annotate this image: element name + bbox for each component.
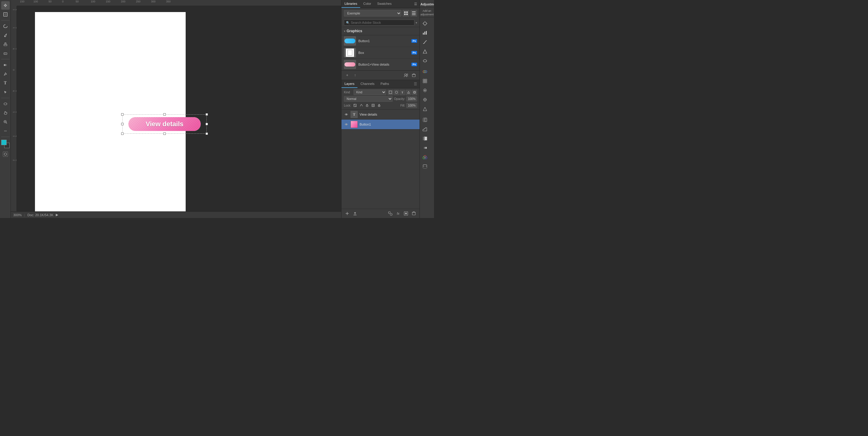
photo-filter-icon[interactable]	[421, 86, 430, 95]
canvas-wrapper: 150 100 50 0 50 100 150 200 250 300 350 …	[11, 0, 341, 211]
lock-move-btn[interactable]	[364, 103, 370, 108]
color-balance-icon[interactable]	[421, 76, 430, 86]
tab-color[interactable]: Color	[360, 0, 374, 8]
exposure-icon[interactable]	[421, 47, 430, 56]
layer-mask-btn[interactable]	[403, 210, 409, 217]
filter-pixel-icon[interactable]	[388, 90, 393, 95]
opacity-input[interactable]	[406, 96, 417, 101]
layer-visibility-btn1[interactable]	[344, 122, 349, 127]
handle-bot-left[interactable]	[121, 133, 124, 135]
svg-point-10	[4, 103, 7, 105]
artboard-tool[interactable]	[1, 10, 10, 19]
foreground-color[interactable]	[1, 140, 7, 145]
filter-smart-object-icon[interactable]	[412, 90, 417, 95]
add-layer-btn[interactable]	[344, 210, 350, 217]
lock-all-btn[interactable]	[376, 103, 382, 108]
brush-tool[interactable]	[1, 31, 10, 39]
levels-icon[interactable]	[421, 28, 430, 37]
move-tool[interactable]: ✥	[1, 1, 10, 10]
search-bar: 🔍 ▾	[341, 19, 420, 27]
list-view-btn[interactable]	[410, 10, 417, 16]
svg-rect-82	[423, 167, 427, 168]
handle-mid-left[interactable]	[121, 123, 124, 125]
search-input-wrap[interactable]: 🔍	[344, 20, 414, 26]
vibrance-icon[interactable]	[421, 56, 430, 65]
quick-mask-btn[interactable]	[1, 150, 10, 158]
lock-paint-btn[interactable]	[358, 103, 364, 108]
svg-rect-31	[389, 91, 392, 94]
color-lookup-icon[interactable]	[421, 104, 430, 113]
status-arrow[interactable]: ▶	[56, 213, 58, 217]
graphics-item-button1view[interactable]: Button1+View details Ps	[341, 59, 420, 70]
lock-transparent-btn[interactable]	[352, 103, 358, 108]
svg-point-16	[5, 131, 6, 131]
handle-top-right[interactable]	[206, 113, 208, 115]
shadow-highlight-icon[interactable]	[421, 162, 430, 171]
selective-color-icon[interactable]	[421, 153, 430, 162]
tab-layers[interactable]: Layers	[341, 80, 358, 88]
graphics-section-header[interactable]: ▾ Graphics	[341, 27, 420, 35]
lib-collab-btn[interactable]	[403, 72, 409, 78]
libraries-panel: Libraries Color Swatches ☰ Exemple 🔍 ▾	[341, 0, 420, 80]
grid-view-btn[interactable]	[403, 10, 409, 16]
filter-type-icon[interactable]: T	[400, 90, 405, 95]
lib-upload-btn[interactable]: ↑	[352, 72, 358, 78]
libraries-menu-btn[interactable]: ☰	[412, 1, 420, 7]
tab-channels[interactable]: Channels	[358, 80, 377, 88]
tab-libraries[interactable]: Libraries	[341, 0, 360, 8]
graphics-item-box[interactable]: Box Ps	[341, 47, 420, 59]
invert-icon[interactable]	[421, 115, 430, 124]
brightness-contrast-icon[interactable]	[421, 19, 430, 28]
canvas-area[interactable]: View details	[17, 6, 341, 211]
color-swatches[interactable]	[1, 140, 10, 148]
layers-menu-btn[interactable]: ☰	[411, 81, 420, 87]
shape-tool[interactable]	[1, 100, 10, 108]
library-dropdown[interactable]: Exemple	[344, 10, 401, 16]
channel-mixer-icon[interactable]	[421, 95, 430, 104]
lib-delete-btn[interactable]	[410, 72, 417, 78]
layer-upload-btn[interactable]	[352, 210, 358, 217]
more-tools[interactable]	[1, 127, 10, 135]
zoom-tool[interactable]	[1, 118, 10, 126]
tab-swatches[interactable]: Swatches	[374, 0, 395, 8]
layer-item-view-details[interactable]: T View details	[341, 110, 420, 120]
blend-mode-dropdown[interactable]: Normal	[344, 96, 393, 102]
handle-top-center[interactable]	[163, 113, 166, 115]
ps-badge-button1: Ps	[411, 39, 417, 43]
handle-bot-center[interactable]	[163, 133, 166, 135]
layer-visibility-icon[interactable]	[344, 112, 349, 117]
search-dropdown-btn[interactable]: ▾	[415, 21, 417, 24]
eraser-tool[interactable]	[1, 49, 10, 58]
search-input[interactable]	[351, 21, 412, 24]
lib-add-btn[interactable]: +	[344, 72, 350, 78]
text-tool[interactable]: T	[1, 79, 10, 87]
layer-item-button1[interactable]: Button1	[341, 120, 420, 130]
tab-paths[interactable]: Paths	[378, 80, 392, 88]
lasso-tool[interactable]	[1, 22, 10, 30]
handle-mid-right[interactable]	[206, 123, 208, 125]
pen-tool[interactable]	[1, 70, 10, 78]
lock-artboard-btn[interactable]	[370, 103, 376, 108]
layer-delete-btn[interactable]	[410, 210, 417, 217]
curves-icon[interactable]	[421, 38, 430, 47]
gradient-tool[interactable]	[1, 61, 10, 69]
link-layers-btn[interactable]	[387, 210, 394, 217]
filter-adjustment-icon[interactable]	[394, 90, 399, 95]
threshold-icon[interactable]	[421, 134, 430, 143]
path-selection-tool[interactable]	[1, 88, 10, 96]
hand-tool[interactable]	[1, 109, 10, 117]
gradient-map-icon[interactable]	[421, 143, 430, 153]
filter-shape-icon[interactable]	[406, 90, 411, 95]
handle-top-left[interactable]	[121, 113, 124, 115]
svg-rect-24	[412, 11, 415, 12]
graphics-item-button1[interactable]: Button1 Ps	[341, 35, 420, 47]
svg-rect-23	[406, 13, 408, 15]
layer-effects-btn[interactable]: fx	[395, 210, 401, 217]
posterize-icon[interactable]	[421, 125, 430, 134]
handle-bot-right[interactable]	[206, 133, 208, 135]
selection-element[interactable]: View details	[122, 114, 207, 134]
kind-dropdown[interactable]: Kind	[353, 90, 386, 95]
fill-input[interactable]	[406, 103, 417, 108]
hsl-icon[interactable]	[421, 67, 430, 76]
stamp-tool[interactable]	[1, 40, 10, 48]
